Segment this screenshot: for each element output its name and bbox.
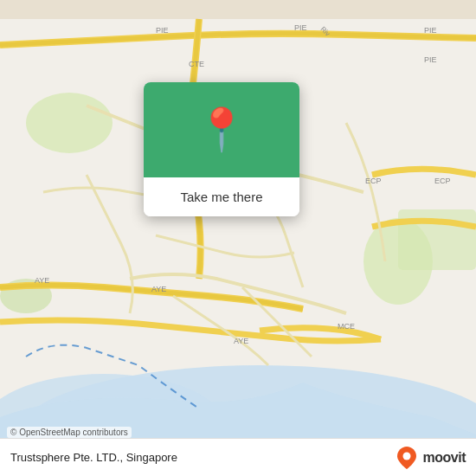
moovit-pin-icon [397,447,416,469]
take-me-there-button[interactable]: Take me there [144,177,299,216]
location-card: 📍 Take me there [144,82,299,216]
map-attribution: © OpenStreetMap contributors [7,427,132,438]
bottom-bar: Trustsphere Pte. LTD., Singapore moovit [0,438,476,476]
svg-text:AYE: AYE [234,337,248,345]
moovit-text: moovit [423,450,466,466]
svg-text:PIE: PIE [156,26,169,35]
svg-text:PIE: PIE [424,55,437,64]
svg-text:MCE: MCE [338,322,355,331]
svg-text:AYE: AYE [35,276,49,285]
svg-point-3 [26,93,113,153]
map-background: PIE PIE PIE PIE CTE ECP ECP AYE AYE AYE … [0,0,476,476]
card-header: 📍 [144,82,299,177]
svg-text:ECP: ECP [365,177,382,185]
svg-text:PIE: PIE [294,23,307,32]
svg-text:AYE: AYE [151,285,166,293]
location-pin-icon: 📍 [196,109,248,151]
svg-text:PIE: PIE [424,26,437,35]
location-name: Trustsphere Pte. LTD., Singapore [10,451,177,464]
svg-point-19 [402,452,410,460]
moovit-logo: moovit [397,447,466,469]
svg-text:ECP: ECP [434,177,451,185]
map-container: PIE PIE PIE PIE CTE ECP ECP AYE AYE AYE … [0,0,476,476]
svg-text:CTE: CTE [189,60,204,68]
